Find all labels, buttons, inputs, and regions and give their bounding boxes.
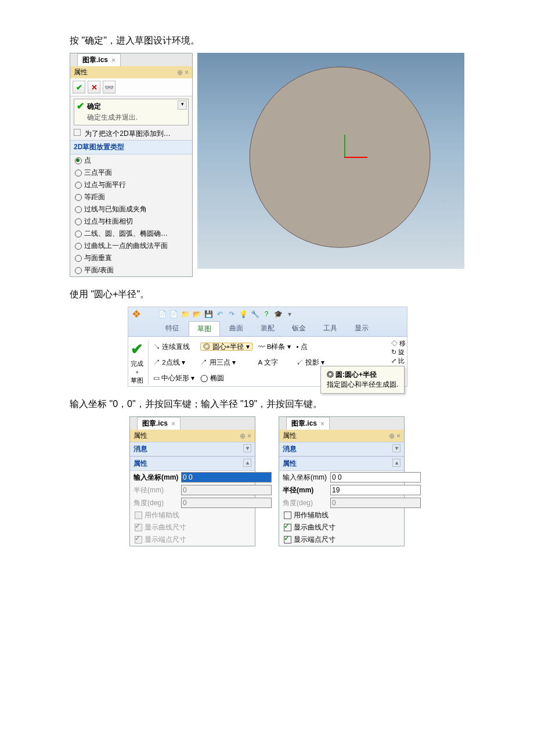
confirm-button[interactable]: ✔ bbox=[73, 81, 85, 93]
tab-assembly[interactable]: 装配 bbox=[252, 321, 283, 336]
attr-section[interactable]: 属性▴ bbox=[130, 456, 255, 471]
open2-icon[interactable]: 📂 bbox=[192, 309, 201, 319]
radius-input[interactable] bbox=[330, 485, 421, 495]
radius-row: 半径(mm) bbox=[130, 484, 255, 496]
dropdown-icon[interactable]: ▾ bbox=[178, 100, 187, 110]
cb-curvedim[interactable]: 显示曲线尺寸 bbox=[279, 521, 404, 534]
confirm-tooltip: ✔ 确定 确定生成并退出. ▾ bbox=[74, 99, 189, 125]
ribbon-commands: ↘ 连续直线 ◎ 圆心+半径 ▾ 〰 B样条 ▾ • 点 ↗ 2点线 ▾ ↗ 用… bbox=[153, 340, 324, 385]
option-label: 过曲线上一点的曲线法平面 bbox=[84, 241, 168, 251]
option-label: 平面/表面 bbox=[84, 265, 114, 275]
angle-input bbox=[330, 498, 421, 508]
cb-enddim[interactable]: 显示端点尺寸 bbox=[279, 534, 404, 546]
option-plane-surface[interactable]: 平面/表面 bbox=[70, 264, 192, 276]
attr-section[interactable]: 属性▴ bbox=[279, 456, 404, 471]
close-icon[interactable]: × bbox=[111, 56, 116, 64]
tab-label: 图章.ics bbox=[142, 419, 168, 429]
app-icon[interactable]: ❖ bbox=[132, 309, 141, 319]
document-tab[interactable]: 图章.ics × bbox=[77, 53, 121, 66]
document-tab[interactable]: 图章.ics× bbox=[137, 417, 181, 430]
coord-row: 输入坐标(mm) bbox=[279, 471, 404, 484]
option-3pt-plane[interactable]: 三点平面 bbox=[70, 167, 192, 179]
checkbox-icon[interactable] bbox=[284, 536, 291, 543]
tab-tools[interactable]: 工具 bbox=[315, 321, 345, 336]
new-icon[interactable]: 📄 bbox=[157, 309, 167, 319]
dropdown-icon[interactable]: ▾ bbox=[136, 369, 139, 375]
radio-icon bbox=[75, 255, 82, 262]
coord-input[interactable] bbox=[330, 472, 421, 483]
complete-label: 完成 bbox=[131, 359, 143, 368]
cmd-2pt-line[interactable]: ↗ 2点线 ▾ bbox=[153, 358, 194, 367]
option-lines-circles[interactable]: 二线、圆、圆弧、椭圆确… bbox=[70, 228, 192, 240]
cmd-point[interactable]: • 点 bbox=[297, 343, 324, 351]
sketch-circle bbox=[250, 67, 431, 248]
checkbox-icon[interactable] bbox=[74, 129, 81, 136]
cmd-circle-center-radius[interactable]: ◎ 圆心+半径 ▾ bbox=[200, 343, 252, 351]
qat-customize-icon[interactable]: ▾ bbox=[285, 309, 294, 319]
option-angle[interactable]: 过线与已知面成夹角 bbox=[70, 203, 192, 215]
radio-icon bbox=[75, 206, 82, 213]
cancel-button[interactable]: ✕ bbox=[88, 81, 100, 93]
cmd-text[interactable]: A 文字 bbox=[258, 358, 291, 367]
paragraph-2: 使用 "圆心+半径"。 bbox=[70, 289, 464, 301]
checkbox-icon[interactable] bbox=[284, 512, 291, 519]
cap-icon[interactable]: 🎓 bbox=[273, 309, 283, 319]
tab-display[interactable]: 显示 bbox=[347, 321, 377, 336]
tab-surface[interactable]: 曲面 bbox=[221, 321, 251, 336]
placement-section-title: 2D草图放置类型 bbox=[70, 140, 192, 154]
pin-icon[interactable]: ⊕ × bbox=[240, 432, 251, 440]
tab-sketch[interactable]: 草图 bbox=[189, 321, 220, 336]
open-red-icon[interactable]: 📄 bbox=[169, 309, 178, 319]
option-cylinder-tangent[interactable]: 过点与柱面相切 bbox=[70, 215, 192, 228]
cmd-polyline[interactable]: ↘ 连续直线 bbox=[153, 343, 194, 351]
message-section[interactable]: 消息▾ bbox=[130, 442, 255, 456]
coord-label: 输入坐标(mm) bbox=[283, 473, 328, 483]
cmd-spline[interactable]: 〰 B样条 ▾ bbox=[258, 343, 291, 351]
option-label: 过点与面平行 bbox=[84, 180, 126, 190]
complete-icon[interactable]: ✔ bbox=[131, 340, 143, 358]
help-icon[interactable]: ? bbox=[262, 309, 271, 319]
option-parallel[interactable]: 过点与面平行 bbox=[70, 179, 192, 191]
checkbox-icon[interactable] bbox=[284, 524, 291, 531]
tab-row: 图章.ics × bbox=[70, 53, 192, 66]
light-icon[interactable]: 💡 bbox=[239, 309, 248, 319]
pin-icon[interactable]: ⊕ × bbox=[389, 432, 400, 440]
3d-viewport[interactable] bbox=[197, 53, 464, 269]
tab-feature[interactable]: 特征 bbox=[157, 321, 187, 336]
cmd-move[interactable]: ◇ 移 bbox=[391, 339, 406, 348]
cmd-3pt[interactable]: ↗ 用三点 ▾ bbox=[200, 358, 252, 367]
cmd-ellipse[interactable]: ◯ 椭圆 bbox=[200, 374, 252, 383]
document-tab[interactable]: 图章.ics× bbox=[286, 417, 330, 430]
ribbon-figure: ❖ 📄 📄 📁 📂 💾 ↶ ↷ 💡 🔧 ? 🎓 ▾ 特征 草图 曲面 装配 钣金… bbox=[128, 307, 407, 387]
option-offset[interactable]: 等距面 bbox=[70, 191, 192, 203]
checkbox-icon bbox=[135, 512, 142, 519]
tool-icon[interactable]: 🔧 bbox=[250, 309, 259, 319]
angle-row: 角度(deg) bbox=[130, 496, 255, 509]
radius-input bbox=[181, 485, 272, 495]
x-axis-icon bbox=[344, 157, 367, 158]
open-icon[interactable]: 📁 bbox=[181, 309, 190, 319]
cmd-rotate[interactable]: ↻ 旋 bbox=[391, 348, 406, 357]
close-icon[interactable]: × bbox=[320, 420, 324, 428]
save-icon[interactable]: 💾 bbox=[204, 309, 213, 319]
view-button[interactable]: 👓 bbox=[103, 81, 116, 93]
cb-auxline[interactable]: 用作辅助线 bbox=[279, 509, 404, 521]
option-label: 三点平面 bbox=[84, 168, 112, 178]
coord-input[interactable] bbox=[181, 472, 272, 483]
cb-enddim: 显示端点尺寸 bbox=[130, 534, 255, 546]
redo-icon[interactable]: ↷ bbox=[227, 309, 236, 319]
option-curve-normal[interactable]: 过曲线上一点的曲线法平面 bbox=[70, 240, 192, 252]
paragraph-1: 按 "确定"，进入草图设计环境。 bbox=[70, 35, 464, 47]
angle-row: 角度(deg) bbox=[279, 496, 404, 509]
tab-sheetmetal[interactable]: 钣金 bbox=[284, 321, 314, 336]
undo-icon[interactable]: ↶ bbox=[215, 309, 225, 319]
radio-icon bbox=[75, 194, 82, 201]
option-point[interactable]: 点 bbox=[70, 154, 192, 167]
properties-header: 属性 ⊕ × bbox=[70, 66, 192, 78]
message-section[interactable]: 消息▾ bbox=[279, 442, 404, 456]
cmd-scale[interactable]: ⤢ 比 bbox=[391, 357, 406, 365]
close-icon[interactable]: × bbox=[171, 420, 175, 428]
pin-icon[interactable]: ⊕ × bbox=[177, 69, 189, 77]
option-perpendicular[interactable]: 与面垂直 bbox=[70, 252, 192, 264]
cmd-center-rect[interactable]: ▭ 中心矩形 ▾ bbox=[153, 374, 194, 383]
